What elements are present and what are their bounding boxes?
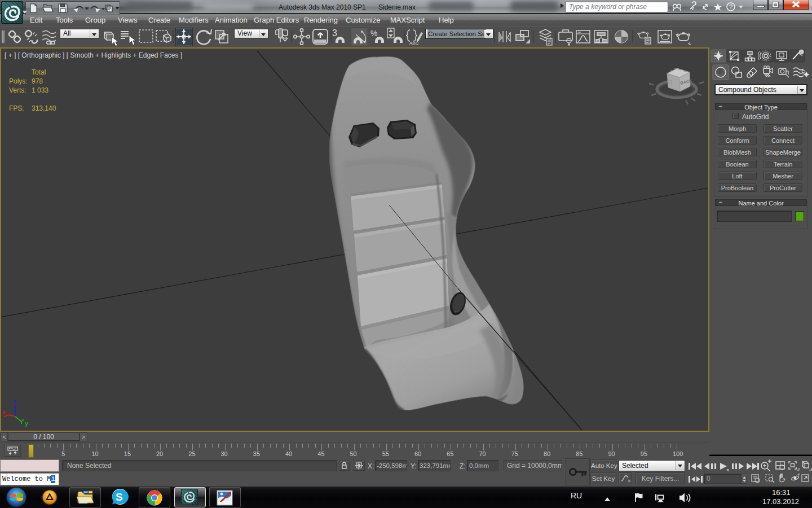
svg-text:S: S xyxy=(116,491,123,503)
svg-text:x: x xyxy=(2,409,6,415)
svg-text:z: z xyxy=(13,397,16,404)
svg-text:3: 3 xyxy=(332,28,337,38)
svg-text:ABC: ABC xyxy=(409,41,419,46)
svg-text:y: y xyxy=(25,420,29,427)
svg-text:%: % xyxy=(370,29,377,38)
svg-text:?: ? xyxy=(729,3,732,10)
